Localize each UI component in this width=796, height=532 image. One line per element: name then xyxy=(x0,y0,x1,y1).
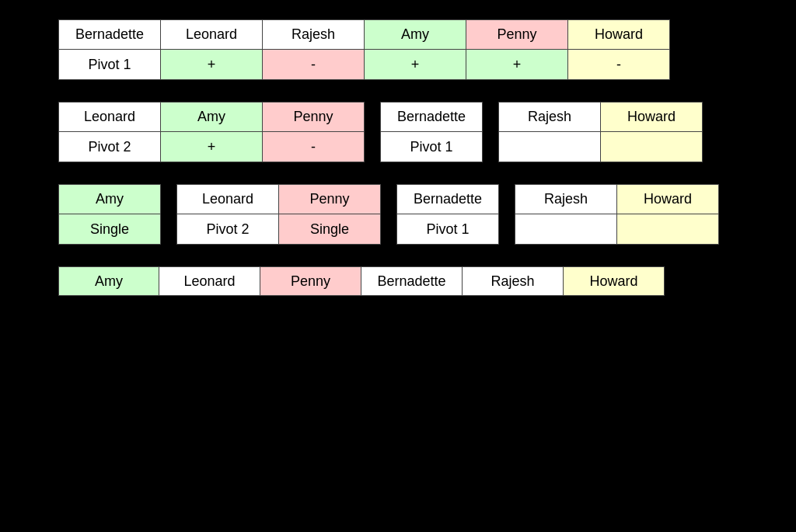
cell-bottom-label: Pivot 1 xyxy=(59,50,160,79)
cell-single: Leonard xyxy=(159,266,260,296)
block: BernadettePivot 1 xyxy=(396,184,499,245)
cell-group: AmySingle xyxy=(58,184,161,245)
cell-bottom-label: + xyxy=(161,50,262,79)
cell-group: LeonardPivot 2 xyxy=(58,102,161,162)
cell-top-label: Amy xyxy=(365,20,466,50)
row-1: BernadettePivot 1Leonard+Rajesh-Amy+Penn… xyxy=(58,19,670,80)
block: AmySingle xyxy=(58,184,161,245)
cell-top-label: Penny xyxy=(466,20,567,50)
cell-group: Penny- xyxy=(263,102,365,162)
cell-top-label: Penny xyxy=(263,103,364,132)
section-4: AmyLeonardPennyBernadetteRajeshHoward xyxy=(58,266,665,296)
section-3: AmySingleLeonardPivot 2PennySingleBernad… xyxy=(58,184,719,245)
cell-bottom-label: - xyxy=(263,50,364,79)
section-2: LeonardPivot 2Amy+Penny-BernadettePivot … xyxy=(58,102,703,162)
cell-bottom-label: + xyxy=(466,50,567,79)
cell-group: Howard xyxy=(617,184,719,245)
cell-group: Rajesh- xyxy=(263,19,365,80)
cell-group: Rajesh xyxy=(498,102,601,162)
cell-group: Rajesh xyxy=(515,184,617,245)
cell-top-label: Bernadette xyxy=(59,20,160,50)
row-4: AmyLeonardPennyBernadetteRajeshHoward xyxy=(58,266,665,296)
cell-bottom-label: Pivot 2 xyxy=(59,132,160,162)
cell-top-label: Amy xyxy=(59,185,160,214)
cell-top-label: Leonard xyxy=(59,103,160,132)
cell-top-label: Rajesh xyxy=(515,185,616,214)
cell-group: Howard xyxy=(601,102,703,162)
cell-group: Howard- xyxy=(568,19,670,80)
cell-bottom-label: Pivot 2 xyxy=(177,214,278,244)
cell-top-label: Bernadette xyxy=(381,103,482,132)
cell-single: Penny xyxy=(260,266,361,296)
cell-group: BernadettePivot 1 xyxy=(380,102,483,162)
cell-bottom-label xyxy=(601,132,702,162)
cell-top-label: Howard xyxy=(617,185,718,214)
cell-top-label: Leonard xyxy=(177,185,278,214)
cell-top-label: Leonard xyxy=(161,20,262,50)
cell-group: PennySingle xyxy=(279,184,381,245)
block: RajeshHoward xyxy=(498,102,703,162)
cell-bottom-label xyxy=(499,132,600,162)
block: BernadettePivot 1 xyxy=(380,102,483,162)
block: RajeshHoward xyxy=(515,184,719,245)
cell-group: LeonardPivot 2 xyxy=(176,184,279,245)
cell-single: Rajesh xyxy=(463,266,564,296)
row-2: LeonardPivot 2Amy+Penny-BernadettePivot … xyxy=(58,102,703,162)
cell-bottom-label: Single xyxy=(59,214,160,244)
cell-group: Penny+ xyxy=(466,19,568,80)
cell-bottom-label: - xyxy=(263,132,364,162)
cell-group: BernadettePivot 1 xyxy=(58,19,161,80)
cell-bottom-label: Single xyxy=(279,214,380,244)
row-3: AmySingleLeonardPivot 2PennySingleBernad… xyxy=(58,184,719,245)
cell-bottom-label: + xyxy=(161,132,262,162)
cell-single: Howard xyxy=(564,266,665,296)
block: LeonardPivot 2Amy+Penny- xyxy=(58,102,365,162)
cell-single: Bernadette xyxy=(361,266,463,296)
cell-bottom-label: - xyxy=(568,50,669,79)
cell-single: Amy xyxy=(58,266,159,296)
cell-bottom-label: Pivot 1 xyxy=(381,132,482,162)
cell-top-label: Howard xyxy=(601,103,702,132)
cell-top-label: Penny xyxy=(279,185,380,214)
cell-top-label: Rajesh xyxy=(499,103,600,132)
cell-group: Amy+ xyxy=(161,102,263,162)
cell-bottom-label xyxy=(617,214,718,244)
cell-group: BernadettePivot 1 xyxy=(396,184,499,245)
block: LeonardPivot 2PennySingle xyxy=(176,184,381,245)
cell-group: Leonard+ xyxy=(161,19,263,80)
cell-group: Amy+ xyxy=(365,19,466,80)
cell-top-label: Bernadette xyxy=(397,185,498,214)
cell-bottom-label: + xyxy=(365,50,466,79)
cell-top-label: Howard xyxy=(568,20,669,50)
cell-bottom-label xyxy=(515,214,616,244)
cell-top-label: Amy xyxy=(161,103,262,132)
cell-bottom-label: Pivot 1 xyxy=(397,214,498,244)
section-1: BernadettePivot 1Leonard+Rajesh-Amy+Penn… xyxy=(58,19,670,80)
cell-top-label: Rajesh xyxy=(263,20,364,50)
